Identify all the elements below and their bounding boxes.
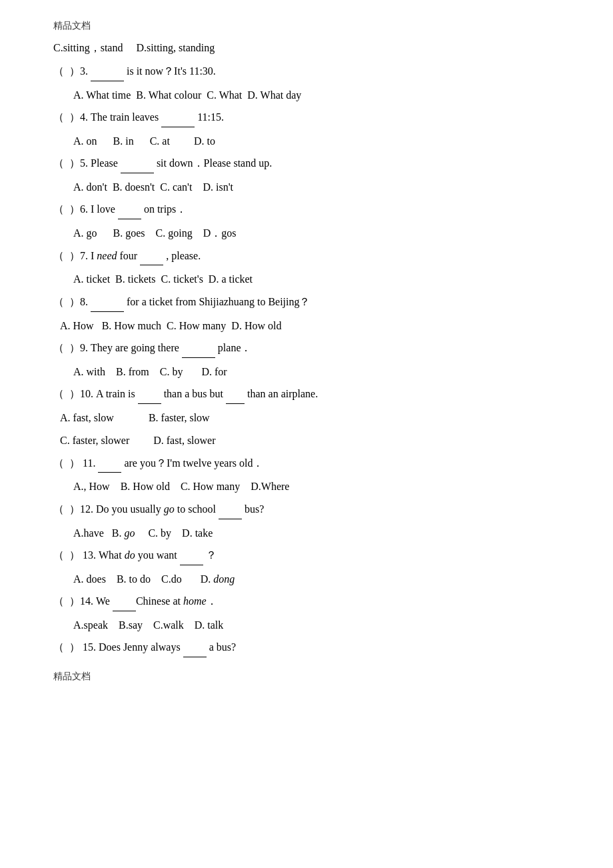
q15-text: （ ） 15. Does Jenny always a bus? xyxy=(53,641,236,653)
q5-options: A. don't B. doesn't C. can't D. isn't xyxy=(53,177,560,197)
q10-text: （ ）10. A train is than a bus but than an… xyxy=(53,388,318,399)
q10-line: （ ）10. A train is than a bus but than an… xyxy=(53,385,560,404)
q9-text: （ ）9. They are going there plane． xyxy=(53,342,251,353)
q15-line: （ ） 15. Does Jenny always a bus? xyxy=(53,638,560,657)
q9-line: （ ）9. They are going there plane． xyxy=(53,339,560,358)
q8-options: A. How B. How much C. How many D. How ol… xyxy=(53,316,560,336)
q13-line: （ ） 13. What do you want ？ xyxy=(53,546,560,565)
q4-options: A. on B. in C. at D. to xyxy=(53,131,560,151)
q3-line: （ ）3. is it now？It's 11:30. xyxy=(53,62,560,81)
q7-text: （ ）7. I need four , please. xyxy=(53,250,201,261)
q14-line: （ ）14. We Chinese at home． xyxy=(53,592,560,611)
q4-line: （ ）4. The train leaves 11:15. xyxy=(53,108,560,127)
q5-text: （ ）5. Please sit down．Please stand up. xyxy=(53,157,272,169)
q12-text: （ ）12. Do you usually go to school bus? xyxy=(53,503,264,515)
q13-options: A. does B. to do C.do D. dong xyxy=(53,569,560,589)
q4-text: （ ）4. The train leaves 11:15. xyxy=(53,111,224,123)
q7-line: （ ）7. I need four , please. xyxy=(53,247,560,266)
intro-text: C.sitting，stand D.sitting, standing xyxy=(53,42,215,53)
q9-options: A. with B. from C. by D. for xyxy=(53,362,560,382)
q3-options: A. What time B. What colour C. What D. W… xyxy=(53,85,560,105)
q10-options2: C. faster, slower D. fast, slower xyxy=(53,431,560,451)
q12-line: （ ）12. Do you usually go to school bus? xyxy=(53,500,560,519)
q12-options: A.have B. go C. by D. take xyxy=(53,523,560,543)
q8-text: （ ）8. for a ticket from Shijiazhuang to … xyxy=(53,296,310,307)
q14-options: A.speak B.say C.walk D. talk xyxy=(53,615,560,635)
q6-options: A. go B. goes C. going D．gos xyxy=(53,223,560,243)
q7-options: A. ticket B. tickets C. ticket's D. a ti… xyxy=(53,269,560,289)
q10-options1: A. fast, slow B. faster, slow xyxy=(53,408,560,428)
q8-line: （ ）8. for a ticket from Shijiazhuang to … xyxy=(53,293,560,312)
watermark-top: 精品文档 xyxy=(53,20,560,32)
q11-text: （ ） 11. are you？I'm twelve years old． xyxy=(53,457,263,469)
q11-options: A., How B. How old C. How many D.Where xyxy=(53,477,560,497)
q5-line: （ ）5. Please sit down．Please stand up. xyxy=(53,154,560,173)
q14-text: （ ）14. We Chinese at home． xyxy=(53,595,217,607)
q6-text: （ ）6. I love on trips． xyxy=(53,203,187,215)
q6-line: （ ）6. I love on trips． xyxy=(53,200,560,219)
q3-text: （ ）3. is it now？It's 11:30. xyxy=(53,65,216,77)
watermark-bottom: 精品文档 xyxy=(53,671,560,683)
q13-text: （ ） 13. What do you want ？ xyxy=(53,549,217,561)
q11-line: （ ） 11. are you？I'm twelve years old． xyxy=(53,454,560,473)
intro-line: C.sitting，stand D.sitting, standing xyxy=(53,39,560,58)
